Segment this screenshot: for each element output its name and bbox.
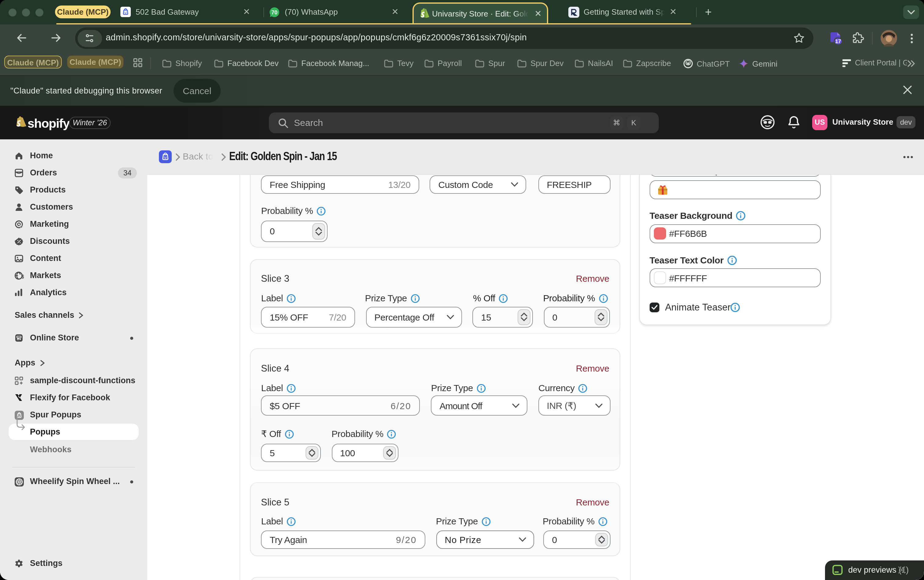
svg-text:$: $ <box>21 274 24 280</box>
svg-text:70: 70 <box>271 10 277 16</box>
svg-text:17: 17 <box>835 38 841 44</box>
